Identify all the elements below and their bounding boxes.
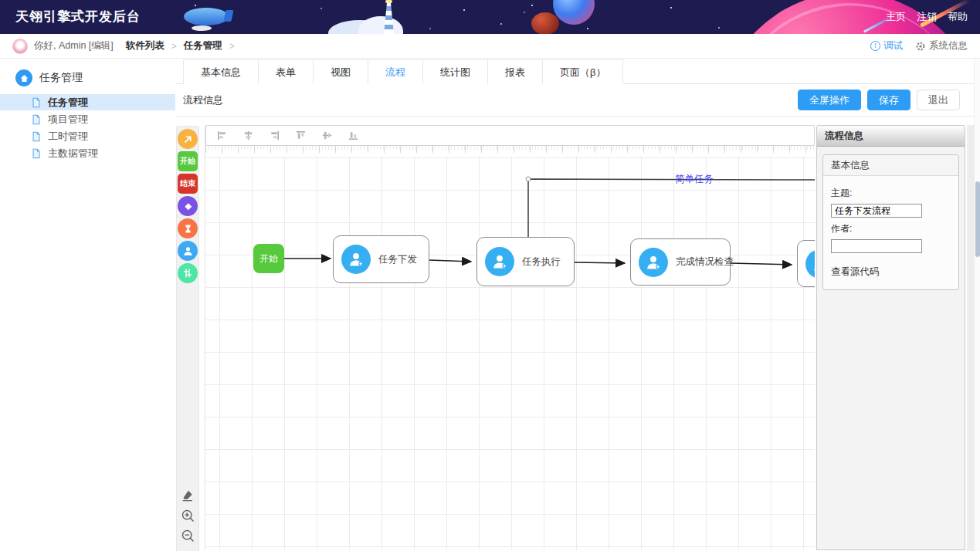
adjust-task-icon[interactable] — [178, 263, 198, 283]
flow-node-task-dispatch[interactable]: 任务下发 — [333, 235, 429, 283]
basic-info-box: 基本信息 主题: 作者: 查看源代码 — [822, 154, 959, 290]
sidebar-item-label: 任务管理 — [48, 96, 88, 110]
small-planet-illustration — [553, 0, 595, 25]
sidebar: 任务管理 任务管理 项目管理 工时管理 — [0, 59, 175, 551]
home-link[interactable]: 主页 — [886, 10, 906, 24]
sidebar-item-label: 项目管理 — [48, 113, 88, 127]
canvas-ruler — [205, 146, 815, 156]
sidebar-item-project-management[interactable]: 项目管理 — [0, 111, 175, 127]
tab-stats-chart[interactable]: 统计图 — [422, 59, 488, 84]
scrollbar-thumb[interactable] — [975, 181, 980, 257]
subject-label: 主题: — [831, 187, 951, 200]
header-links: 主页 注销 帮助 — [886, 0, 968, 34]
basic-info-title: 基本信息 — [823, 155, 958, 176]
author-label: 作者: — [831, 222, 951, 235]
tab-form[interactable]: 表单 — [258, 59, 314, 84]
node-label: 任务下发 — [378, 253, 417, 266]
breadcrumb-separator: > — [229, 41, 235, 52]
fullscreen-button[interactable]: 全屏操作 — [798, 90, 861, 110]
align-top-icon[interactable] — [294, 130, 307, 142]
sidebar-item-master-data-management[interactable]: 主数据管理 — [0, 145, 175, 161]
info-circle-icon: ! — [870, 41, 880, 51]
debug-label: 调试 — [883, 39, 903, 52]
lighthouse-light — [385, 0, 392, 3]
start-node-icon[interactable]: 开始 — [178, 151, 198, 171]
help-link[interactable]: 帮助 — [948, 10, 968, 24]
logout-link[interactable]: 注销 — [917, 10, 937, 24]
decision-diamond-icon[interactable] — [178, 196, 198, 216]
alignment-toolbar — [205, 125, 815, 146]
blimp-illustration — [184, 8, 229, 25]
flow-designer: 开始 结束 — [175, 117, 980, 551]
node-label: 任务执行 — [522, 255, 561, 269]
align-middle-icon[interactable] — [320, 130, 333, 142]
user-task-icon[interactable] — [178, 241, 198, 261]
align-center-icon[interactable] — [242, 130, 254, 142]
system-info-link[interactable]: 系统信息 — [915, 39, 968, 52]
node-palette: 开始 结束 — [176, 126, 199, 551]
breadcrumb-bar: 你好, Admin [编辑] 软件列表 > 任务管理 > ! 调试 系统信息 — [0, 34, 980, 59]
flow-toolbar-row: 流程信息 全屏操作 保存 退出 — [175, 84, 980, 117]
flow-canvas[interactable]: 开始 任务下发 任务执行 完成情况 — [205, 125, 815, 550]
sidebar-item-worktime-management[interactable]: 工时管理 — [0, 128, 175, 144]
timer-task-icon[interactable] — [178, 218, 198, 238]
app-title: 天翎引擎式开发后台 — [15, 0, 141, 34]
user-icon — [341, 245, 371, 274]
sidebar-item-task-management[interactable]: 任务管理 — [0, 94, 175, 110]
mountain-illustration — [358, 16, 403, 34]
debug-link[interactable]: ! 调试 — [870, 39, 903, 52]
flow-info-panel: 流程信息 基本信息 主题: 作者: 查看源代码 — [816, 125, 965, 550]
align-left-icon[interactable] — [215, 130, 228, 142]
avatar[interactable] — [12, 39, 28, 54]
system-info-label: 系统信息 — [929, 39, 968, 52]
flow-node-completion-check[interactable]: 完成情况检查 — [630, 238, 731, 286]
tab-basic-info[interactable]: 基本信息 — [183, 59, 259, 84]
app-header: 天翎引擎式开发后台 主页 注销 帮助 — [0, 0, 980, 34]
tab-flow[interactable]: 流程 — [368, 59, 423, 84]
document-icon — [31, 148, 42, 159]
sidebar-root-label: 任务管理 — [39, 71, 83, 85]
section-title: 流程信息 — [183, 93, 223, 107]
zoom-out-icon[interactable] — [178, 526, 197, 545]
user-icon — [639, 248, 668, 277]
sidebar-item-label: 主数据管理 — [48, 147, 98, 161]
view-source-link[interactable]: 查看源代码 — [831, 265, 951, 279]
user-icon — [485, 247, 514, 276]
red-planet-illustration — [531, 12, 559, 34]
tab-page-beta[interactable]: 页面（β） — [542, 59, 623, 84]
document-icon — [31, 131, 42, 142]
user-greeting: 你好, Admin [编辑] — [34, 39, 114, 52]
edge-label-simple-task[interactable]: 简单任务 — [675, 173, 714, 186]
tab-report[interactable]: 报表 — [487, 59, 543, 84]
canvas-grid[interactable] — [205, 156, 815, 550]
align-bottom-icon[interactable] — [347, 130, 359, 142]
align-right-icon[interactable] — [268, 130, 280, 142]
home-icon — [15, 69, 32, 86]
save-button[interactable]: 保存 — [867, 90, 910, 110]
breadcrumb-software-list[interactable]: 软件列表 — [126, 39, 164, 52]
tab-view[interactable]: 视图 — [313, 59, 368, 84]
panel-title: 流程信息 — [817, 126, 965, 147]
subject-input[interactable] — [831, 204, 922, 218]
end-node-icon[interactable]: 结束 — [178, 174, 198, 194]
breadcrumb-current[interactable]: 任务管理 — [184, 39, 222, 52]
eraser-icon[interactable] — [178, 486, 197, 505]
breadcrumb-separator: > — [171, 41, 177, 52]
document-icon — [31, 97, 42, 108]
flow-node-partial[interactable] — [797, 240, 815, 287]
sidebar-root-task-management[interactable]: 任务管理 — [0, 68, 175, 94]
flow-node-start[interactable]: 开始 — [253, 244, 284, 273]
zoom-in-icon[interactable] — [178, 506, 197, 525]
cloud-illustration — [192, 25, 212, 31]
sidebar-item-label: 工时管理 — [48, 130, 88, 144]
node-label: 完成情况检查 — [676, 255, 734, 269]
tab-bar: 基本信息 表单 视图 流程 统计图 报表 页面（β） — [175, 59, 980, 84]
stars-decoration — [0, 0, 2, 2]
user-icon — [805, 249, 815, 279]
flow-node-task-execute[interactable]: 任务执行 — [476, 237, 575, 286]
vertical-scrollbar[interactable] — [974, 59, 980, 551]
exit-button[interactable]: 退出 — [917, 90, 960, 110]
gear-icon — [915, 41, 926, 52]
connector-arrow-icon[interactable] — [178, 129, 198, 149]
author-input[interactable] — [831, 239, 922, 253]
